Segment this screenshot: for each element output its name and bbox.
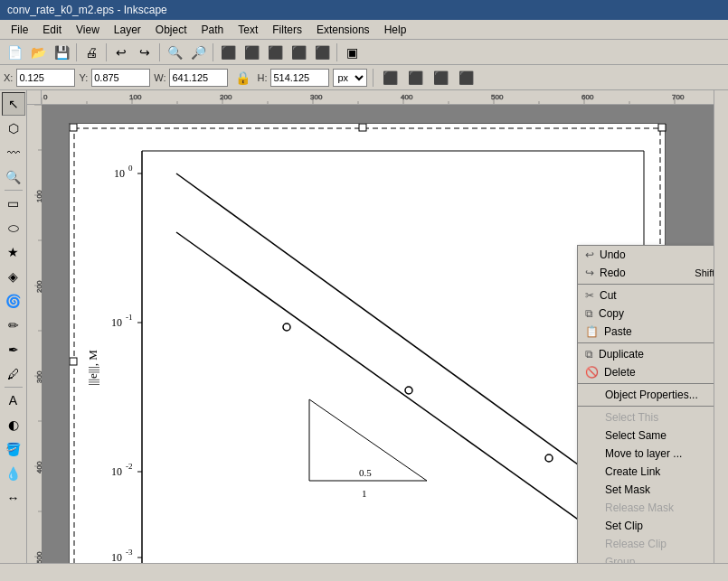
- ctx-create-link[interactable]: Create Link: [578, 463, 714, 481]
- ctx-setmask-label: Set Mask: [605, 483, 714, 496]
- menu-view[interactable]: View: [69, 22, 107, 38]
- align-top-button[interactable]: ⬛: [288, 42, 309, 63]
- undo-button[interactable]: ↩: [110, 42, 132, 63]
- ctx-objprop-label: Object Properties...: [605, 389, 714, 401]
- h-label: H:: [257, 72, 267, 83]
- menu-edit[interactable]: Edit: [35, 22, 69, 38]
- right-scrollbar[interactable]: [714, 90, 728, 563]
- rect-tool[interactable]: ▭: [2, 192, 25, 215]
- menu-layer[interactable]: Layer: [107, 22, 148, 38]
- ctx-copy[interactable]: ⧉ Copy Ctrl+C: [578, 305, 714, 323]
- tweak-tool[interactable]: 〰: [2, 141, 25, 164]
- ctx-paste[interactable]: 📋 Paste Ctrl+V: [578, 323, 714, 341]
- align-center-button[interactable]: ⬛: [241, 42, 262, 63]
- ctx-delete[interactable]: 🚫 Delete Delete: [578, 363, 714, 381]
- ctx-link-label: Create Link: [605, 465, 714, 478]
- ctx-release-clip: Release Clip: [578, 535, 714, 553]
- menu-text[interactable]: Text: [231, 22, 265, 38]
- ctx-release-mask: Release Mask: [578, 499, 714, 517]
- text-tool[interactable]: A: [2, 389, 25, 412]
- ctx-relmask-label: Release Mask: [605, 501, 714, 514]
- y-input[interactable]: [91, 69, 150, 87]
- ctx-dup-label: Duplicate: [599, 348, 714, 361]
- ctx-duplicate[interactable]: ⧉ Duplicate Ctrl+D: [578, 345, 714, 363]
- ctx-object-props[interactable]: Object Properties...: [578, 386, 714, 404]
- ctx-sep2: [578, 342, 714, 343]
- menu-file[interactable]: File: [4, 22, 35, 38]
- titlebar: conv_rate_k0_m2.eps - Inkscape: [0, 0, 728, 20]
- h-input[interactable]: [270, 69, 329, 87]
- ctx-select-same[interactable]: Select Same ▶: [578, 426, 714, 445]
- svg-rect-45: [70, 358, 77, 365]
- ctx-redo[interactable]: ↪ Redo Shift+Ctrl+Z: [578, 264, 714, 282]
- zoom-tool[interactable]: 🔍: [2, 165, 25, 189]
- zoom-in-button[interactable]: 🔍: [164, 42, 185, 63]
- transform2-button[interactable]: ⬛: [404, 67, 426, 89]
- group-button[interactable]: ▣: [341, 42, 363, 63]
- save-button[interactable]: 💾: [51, 42, 72, 63]
- align-bottom-button[interactable]: ⬛: [311, 42, 333, 63]
- ctx-del-icon: 🚫: [585, 366, 599, 379]
- ctx-undo-icon: ↩: [585, 248, 594, 261]
- zoom-out-button[interactable]: 🔎: [187, 42, 209, 63]
- ctx-cut[interactable]: ✂ Cut Ctrl+X: [578, 286, 714, 305]
- menu-filters[interactable]: Filters: [265, 22, 309, 38]
- print-button[interactable]: 🖨: [80, 42, 102, 63]
- open-button[interactable]: 📂: [27, 42, 49, 63]
- svg-text:700: 700: [672, 93, 685, 101]
- fill-tool[interactable]: 🪣: [2, 437, 25, 461]
- toolbox: ↖ ⬡ 〰 🔍 ▭ ⬭ ★ ◈ 🌀 ✏ ✒ 🖊 A ◐ 🪣 💧 ↔: [0, 90, 27, 563]
- x-input[interactable]: [16, 69, 75, 87]
- ctx-set-mask[interactable]: Set Mask: [578, 481, 714, 499]
- menu-object[interactable]: Object: [148, 22, 194, 38]
- ctx-paste-icon: 📋: [585, 325, 599, 338]
- canvas-area[interactable]: 0 100 200 300 400 500 600 700: [27, 90, 714, 563]
- redo-button[interactable]: ↪: [134, 42, 156, 63]
- pencil-tool[interactable]: ✏: [2, 314, 25, 337]
- gradient-tool[interactable]: ◐: [2, 413, 25, 436]
- align-right-button[interactable]: ⬛: [264, 42, 286, 63]
- calligraphy-tool[interactable]: 🖊: [2, 362, 25, 386]
- svg-text:300: 300: [310, 93, 323, 101]
- menu-extensions[interactable]: Extensions: [309, 22, 377, 38]
- 3d-tool[interactable]: ◈: [2, 265, 25, 288]
- ctx-movelayer-label: Move to layer ...: [605, 447, 714, 460]
- svg-text:100: 100: [129, 93, 142, 101]
- menu-help[interactable]: Help: [377, 22, 414, 38]
- svg-text:-3: -3: [126, 548, 133, 557]
- sep5: [336, 43, 337, 61]
- svg-line-83: [176, 173, 644, 512]
- select-tool[interactable]: ↖: [2, 92, 25, 116]
- dropper-tool[interactable]: 💧: [2, 462, 25, 485]
- svg-point-87: [545, 454, 553, 462]
- ctx-move-layer[interactable]: Move to layer ...: [578, 445, 714, 463]
- spiral-tool[interactable]: 🌀: [2, 289, 25, 313]
- unit-select[interactable]: px mm cm in pt: [333, 69, 367, 87]
- ctx-cut-label: Cut: [600, 289, 714, 302]
- star-tool[interactable]: ★: [2, 240, 25, 264]
- coordinate-toolbar: X: Y: W: 🔒 H: px mm cm in pt ⬛ ⬛ ⬛ ⬛: [0, 65, 728, 90]
- ctx-selsame-label: Select Same: [605, 429, 714, 442]
- new-button[interactable]: 📄: [4, 42, 25, 63]
- svg-rect-44: [658, 124, 666, 131]
- ctx-redo-shortcut: Shift+Ctrl+Z: [695, 267, 714, 278]
- svg-text:10: 10: [111, 316, 122, 329]
- node-tool[interactable]: ⬡: [2, 117, 25, 140]
- menu-path[interactable]: Path: [194, 22, 232, 38]
- ctx-undo[interactable]: ↩ Undo Ctrl+Z: [578, 246, 714, 264]
- w-input[interactable]: [169, 69, 228, 87]
- connector-tool[interactable]: ↔: [2, 486, 25, 510]
- transform4-button[interactable]: ⬛: [455, 67, 477, 89]
- canvas[interactable]: 10 0 10 -1 10 -2 10 -3 |||e|||, M: [42, 105, 714, 563]
- ctx-del-label: Delete: [604, 366, 714, 379]
- circle-tool[interactable]: ⬭: [2, 216, 25, 239]
- lock-ratio-button[interactable]: 🔒: [232, 67, 253, 89]
- transform3-button[interactable]: ⬛: [430, 67, 451, 89]
- svg-rect-42: [70, 124, 77, 131]
- pen-tool[interactable]: ✒: [2, 338, 25, 361]
- svg-text:0: 0: [43, 93, 48, 101]
- align-left-button[interactable]: ⬛: [217, 42, 239, 63]
- svg-text:200: 200: [35, 280, 42, 293]
- ctx-set-clip[interactable]: Set Clip: [578, 517, 714, 535]
- transform1-button[interactable]: ⬛: [379, 67, 401, 89]
